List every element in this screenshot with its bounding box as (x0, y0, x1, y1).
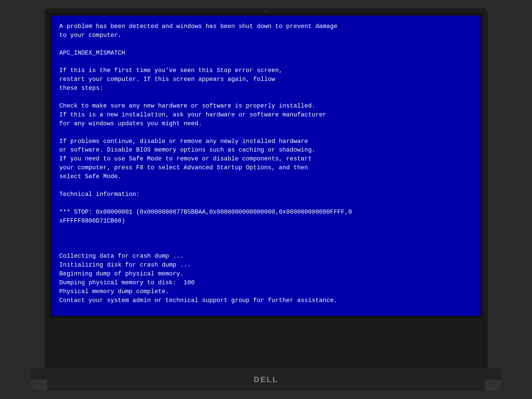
laptop-bottom: DELL (30, 369, 502, 391)
bsod-text: A problem has been detected and windows … (59, 22, 473, 305)
hinge-left (30, 380, 47, 391)
dell-logo: DELL (254, 375, 278, 384)
screen-bezel: A problem has been detected and windows … (49, 13, 483, 318)
webcam (265, 10, 267, 12)
hinge-right (485, 380, 502, 391)
bsod-screen: A problem has been detected and windows … (52, 16, 480, 316)
laptop-outer: A problem has been detected and windows … (44, 8, 488, 369)
